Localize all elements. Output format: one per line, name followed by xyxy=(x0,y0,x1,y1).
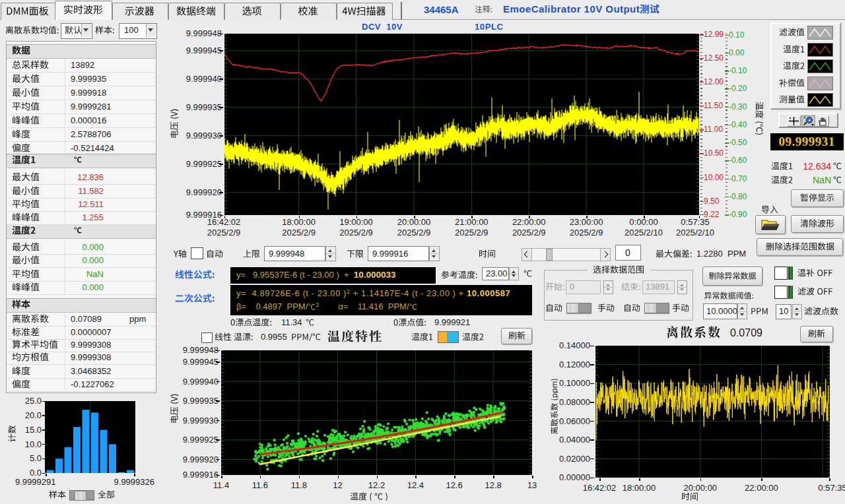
svg-text:+: + xyxy=(807,117,811,123)
